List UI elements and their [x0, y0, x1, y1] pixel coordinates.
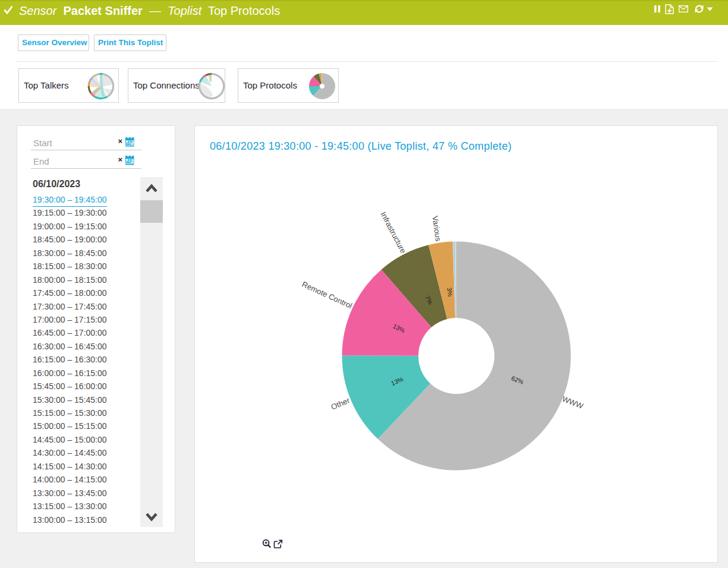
svg-text:WWW: WWW [561, 395, 585, 411]
svg-text:Other: Other [330, 396, 351, 412]
svg-text:3%: 3% [446, 287, 454, 297]
svg-text:Infrastructure: Infrastructure [379, 210, 408, 255]
svg-text:Various: Various [430, 215, 443, 242]
svg-text:Remote Control: Remote Control [301, 280, 354, 311]
